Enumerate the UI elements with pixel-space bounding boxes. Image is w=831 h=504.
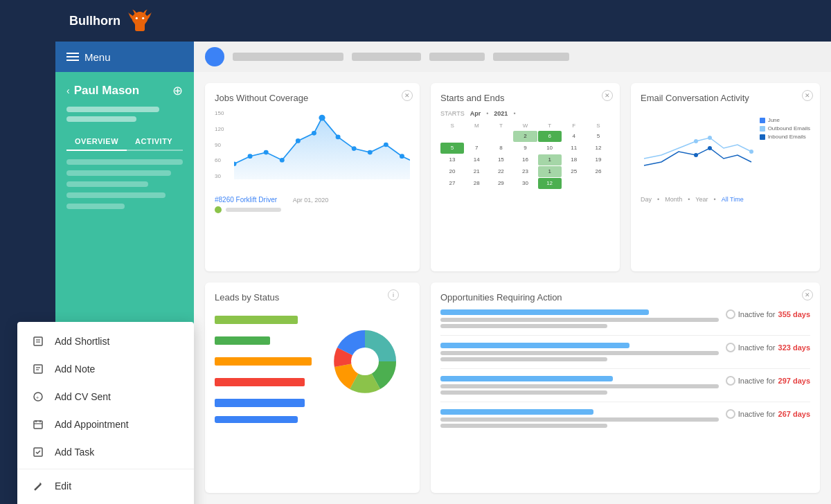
moose-icon [126,9,154,33]
cal-header-t2: T [538,121,562,130]
nav-search-area [194,42,831,72]
profile-body [66,151,183,223]
cal-day-7: 7 [465,143,488,154]
cal-day-30: 30 [513,178,537,189]
menu-item-add-note[interactable]: Add Note [17,355,194,383]
profile-body-bar-4 [66,192,166,198]
task-icon [31,445,45,459]
tab-overview[interactable]: OVERVIEW [66,133,127,151]
opportunities-list: Inactive for 355 days Inactive for 323 d… [440,309,810,435]
cal-day-empty-2 [465,131,488,142]
top-navigation: Bullhorn [55,0,831,42]
nav-search-bar[interactable] [233,53,343,61]
opp-bar-top-4 [440,409,593,415]
edit-label: Edit [55,480,71,492]
opp-bar-mid-1 [440,318,719,322]
cal-day-16: 16 [513,154,537,165]
opp-circle-4 [726,409,735,419]
lead-bar-5 [215,399,305,407]
menu-item-add-task[interactable]: Add Task [17,438,194,466]
cal-day-23: 23 [513,166,537,177]
svg-point-33 [708,146,712,150]
svg-point-31 [749,150,753,154]
opp-bar-mid-4 [440,417,719,422]
y-label-150: 150 [215,110,231,116]
opp-inactive-text-4: Inactive for [738,410,776,418]
lead-bar-row-3 [215,357,312,366]
cal-starts-label: STARTS [440,110,465,117]
leads-bottom-bar [215,416,298,423]
filter-year[interactable]: Year [695,196,708,203]
profile-back-button[interactable]: ‹ [66,85,70,96]
y-label-30: 30 [215,173,231,179]
add-cv-sent-label: Add CV Sent [55,391,111,402]
job-status-dot [215,206,222,213]
y-label-90: 90 [215,142,231,148]
job-name: #8260 Forklift Driver [215,196,277,204]
profile-header: ‹ Paul Mason ⊕ [66,83,183,98]
dashboard: Jobs Without Coverage ✕ 150 120 90 60 30 [194,72,831,504]
menu-item-cancel[interactable]: Cancel [17,500,194,504]
opp-bar-top-1 [440,309,649,315]
lead-bar-row-2 [215,336,312,345]
cal-day-20: 20 [440,166,464,177]
filter-all-time[interactable]: All Time [722,196,744,203]
svg-point-30 [708,136,712,140]
leads-chart-area [215,309,410,413]
lead-bar-4 [215,378,305,386]
legend-june-dot [760,118,765,123]
svg-point-26 [368,150,373,155]
opp-bar-bot-4 [440,424,607,428]
menu-item-edit[interactable]: Edit [17,472,194,500]
menu-item-add-cv-sent[interactable]: + Add CV Sent [17,383,194,411]
profile-options-button[interactable]: ⊕ [172,83,183,98]
starts-ends-title: Starts and Ends [440,93,610,103]
leads-info-icon[interactable]: i [388,289,399,300]
cal-header-w: W [513,121,537,130]
cal-day-26: 26 [587,166,610,177]
svg-rect-5 [34,365,42,373]
filter-separator-3: • [714,196,716,203]
opp-bar-top-2 [440,343,629,348]
tab-activity[interactable]: ACTIVITY [127,133,181,150]
opp-status-1: Inactive for 355 days [726,309,810,319]
cal-day-empty-1 [440,131,464,142]
opportunities-close[interactable]: ✕ [802,289,813,300]
filter-separator-1: • [657,196,659,203]
cal-header-f: F [562,121,586,130]
svg-point-17 [319,115,325,121]
starts-ends-close[interactable]: ✕ [602,90,613,101]
menu-item-add-appointment[interactable]: Add Appointment [17,411,194,438]
menu-item-add-shortlist[interactable]: Add Shortlist [17,327,194,355]
jobs-y-labels: 150 120 90 60 30 [215,110,231,179]
opp-bar-mid-3 [440,384,719,388]
cal-day-24: 1 [538,166,562,177]
opp-item-1: Inactive for 355 days [440,309,810,336]
cal-header: STARTS Apr • 2021 • [440,110,610,117]
leads-pie-svg [323,320,406,403]
filter-day[interactable]: Day [641,196,652,203]
leads-bars [215,309,312,413]
nav-item-3 [493,53,569,61]
jobs-widget-close[interactable]: ✕ [402,90,413,101]
cal-day-22: 22 [489,166,512,177]
cal-day-10: 10 [538,143,562,154]
cal-day-31: 12 [538,178,562,189]
email-legend: June Outbound Emails Inbound Emails [760,117,810,140]
menu-bar[interactable]: Menu [55,42,194,72]
opp-circle-2 [726,343,735,352]
opp-content-4 [440,409,719,428]
filter-month[interactable]: Month [665,196,682,203]
opp-item-3: Inactive for 297 days [440,376,810,402]
opp-bar-mid-2 [440,351,719,355]
cv-icon: + [31,390,45,404]
svg-rect-10 [34,421,42,429]
cal-day-29: 29 [489,178,512,189]
email-widget-close[interactable]: ✕ [802,90,813,101]
app-name: Bullhorn [69,14,120,28]
cal-header-t: T [489,121,512,130]
cal-day-8: 8 [489,143,512,154]
lead-bar-row-5 [215,399,312,407]
lead-bar-row-4 [215,378,312,386]
lead-bar-1 [215,316,298,324]
